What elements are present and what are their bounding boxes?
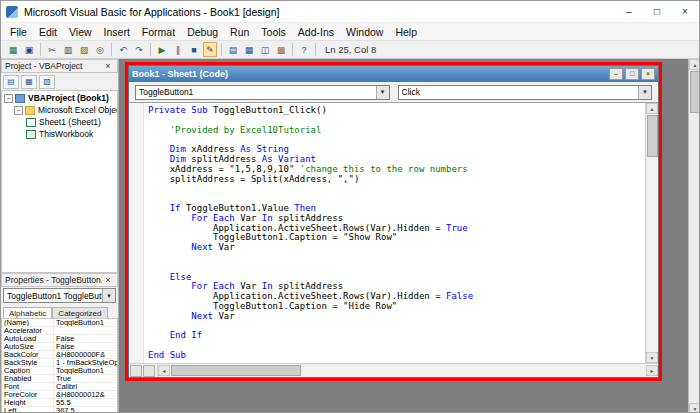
scrollbar-thumb[interactable] [171, 365, 301, 376]
tree-item-thisworkbook[interactable]: ThisWorkbook [2, 128, 117, 140]
dropdown-arrow-icon[interactable]: ▼ [638, 86, 651, 99]
code-minimize-button[interactable]: – [609, 68, 623, 80]
collapse-icon[interactable]: − [14, 106, 23, 115]
project-explorer-icon[interactable]: ▤ [226, 42, 240, 57]
property-row[interactable]: FontCalibri [2, 383, 117, 391]
property-value[interactable]: False [54, 343, 117, 350]
property-value[interactable]: 55.5 [54, 399, 117, 406]
menu-insert[interactable]: Insert [98, 23, 136, 40]
property-row[interactable]: BackStyle1 - fmBackStyleOpaque [2, 359, 117, 367]
reset-icon[interactable]: ■ [187, 42, 201, 57]
menu-tools[interactable]: Tools [255, 23, 292, 40]
property-name: Left [2, 407, 54, 413]
find-icon[interactable]: ◎ [93, 42, 107, 57]
menu-format[interactable]: Format [136, 23, 181, 40]
dropdown-arrow-icon[interactable]: ▼ [102, 289, 115, 302]
property-value[interactable]: True [54, 375, 117, 382]
maximize-button[interactable]: □ [643, 1, 671, 22]
property-value[interactable]: &H80000012& [54, 391, 117, 398]
property-value[interactable]: ToggleButton1 [54, 319, 117, 326]
toggle-folders-button[interactable]: ▧ [39, 75, 55, 89]
tree-item-vbaproject[interactable]: − VBAProject (Book1) [2, 92, 117, 104]
object-dropdown[interactable]: ToggleButton1 ▼ [135, 85, 390, 100]
property-row[interactable]: EnabledTrue [2, 375, 117, 383]
code-text[interactable]: Private Sub ToggleButton1_Click() 'Provi… [144, 103, 645, 363]
menu-help[interactable]: Help [389, 23, 423, 40]
help-icon[interactable]: ? [297, 42, 311, 57]
toolbox-icon[interactable]: ▩ [274, 42, 288, 57]
property-row[interactable]: BackColor&H8000000F& [2, 351, 117, 359]
full-module-view-button[interactable] [143, 365, 155, 377]
vba-main-window: Microsoft Visual Basic for Applications … [0, 0, 700, 413]
undo-icon[interactable]: ↶ [116, 42, 130, 57]
property-value[interactable]: 367.5 [54, 407, 117, 413]
design-mode-icon[interactable]: ✎ [203, 42, 217, 57]
code-line: Private Sub ToggleButton1_Click() [148, 106, 645, 116]
view-excel-icon[interactable]: ▦ [6, 42, 20, 57]
scrollbar-thumb[interactable] [690, 71, 700, 113]
code-horizontal-scrollbar[interactable]: ◄ [157, 364, 646, 377]
tab-alphabetic[interactable]: Alphabetic [3, 307, 52, 318]
procedure-dropdown[interactable]: Click ▼ [398, 85, 653, 100]
property-row[interactable]: ForeColor&H80000012& [2, 391, 117, 399]
collapse-icon[interactable]: − [4, 94, 13, 103]
property-row[interactable]: Height55.5 [2, 399, 117, 407]
property-value[interactable]: &H8000000F& [54, 351, 117, 358]
property-row[interactable]: AutoSizeFalse [2, 343, 117, 351]
tree-item-sheet1[interactable]: Sheet1 (Sheet1) [2, 116, 117, 128]
scroll-down-icon[interactable]: ▼ [646, 352, 658, 363]
menu-edit[interactable]: Edit [33, 23, 63, 40]
paste-icon[interactable]: ▨ [77, 42, 91, 57]
properties-window-icon[interactable]: ▦ [242, 42, 256, 57]
menu-window[interactable]: Window [340, 23, 389, 40]
dropdown-arrow-icon[interactable]: ▼ [376, 86, 389, 99]
menu-file[interactable]: File [4, 23, 33, 40]
code-vertical-scrollbar[interactable]: ▲ ▼ [645, 103, 658, 363]
property-value[interactable]: False [54, 335, 117, 342]
code-window-titlebar[interactable]: Book1 - Sheet1 (Code) – □ × [129, 66, 658, 82]
close-button[interactable]: × [671, 1, 699, 22]
property-name: (Name) [2, 319, 54, 326]
code-close-button[interactable]: × [641, 68, 655, 80]
project-panel-close-icon[interactable]: × [102, 60, 114, 72]
mdi-vertical-scrollbar[interactable]: ▲ ▼ [688, 59, 700, 413]
minimize-button[interactable]: – [615, 1, 643, 22]
copy-icon[interactable]: ▥ [61, 42, 75, 57]
view-object-button[interactable]: ▦ [21, 75, 37, 89]
scroll-left-icon[interactable]: ◄ [158, 365, 170, 376]
object-browser-icon[interactable]: ◫ [258, 42, 272, 57]
tree-item-label: ThisWorkbook [39, 129, 93, 139]
menu-view[interactable]: View [63, 23, 98, 40]
property-row[interactable]: Left367.5 [2, 407, 117, 413]
tab-categorized[interactable]: Categorized [52, 307, 107, 318]
redo-icon[interactable]: ↷ [132, 42, 146, 57]
menu-add-ins[interactable]: Add-Ins [292, 23, 340, 40]
scroll-right-icon[interactable]: ► [646, 365, 658, 376]
code-restore-button[interactable]: □ [625, 68, 639, 80]
object-dropdown-value: ToggleButton1 [139, 87, 376, 97]
scroll-down-icon[interactable]: ▼ [689, 403, 700, 413]
property-row[interactable]: AutoLoadFalse [2, 335, 117, 343]
save-icon[interactable]: ▣ [22, 42, 36, 57]
scroll-up-icon[interactable]: ▲ [646, 103, 658, 114]
property-value[interactable]: 1 - fmBackStyleOpaque [54, 359, 117, 366]
scrollbar-thumb[interactable] [647, 115, 658, 157]
menu-run[interactable]: Run [224, 23, 255, 40]
menu-debug[interactable]: Debug [181, 23, 224, 40]
property-row[interactable]: (Name)ToggleButton1 [2, 319, 117, 327]
cut-icon[interactable]: ✂ [45, 42, 59, 57]
procedure-view-button[interactable] [130, 365, 142, 377]
property-row[interactable]: Accelerator [2, 327, 117, 335]
property-value[interactable]: ToggleButton1 [54, 367, 117, 374]
run-icon[interactable]: ▶ [155, 42, 169, 57]
tree-item-label: VBAProject (Book1) [28, 93, 109, 103]
property-value[interactable] [54, 327, 117, 334]
property-row[interactable]: CaptionToggleButton1 [2, 367, 117, 375]
property-value[interactable]: Calibri [54, 383, 117, 390]
scroll-up-icon[interactable]: ▲ [689, 59, 700, 70]
properties-object-dropdown[interactable]: ToggleButton1 ToggleButton ▼ [3, 288, 116, 303]
break-icon[interactable]: ∥ [171, 42, 185, 57]
view-code-button[interactable]: ▤ [3, 75, 19, 89]
tree-item-excel-objects[interactable]: − Microsoft Excel Objects [2, 104, 117, 116]
properties-panel-close-icon[interactable]: × [102, 274, 114, 286]
